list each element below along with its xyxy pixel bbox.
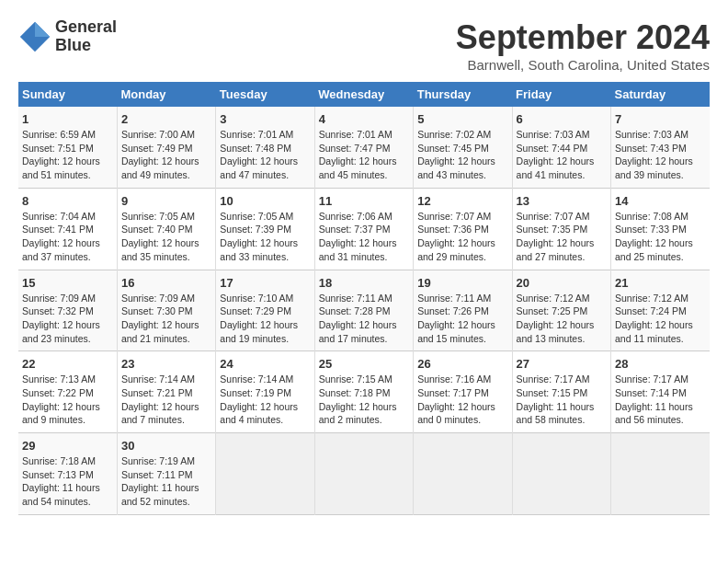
calendar-cell [512,433,610,515]
location: Barnwell, South Carolina, United States [456,57,710,73]
calendar-cell: 28Sunrise: 7:17 AMSunset: 7:14 PMDayligh… [611,351,710,433]
calendar-cell: 14Sunrise: 7:08 AMSunset: 7:33 PMDayligh… [611,188,710,270]
calendar-cell: 30Sunrise: 7:19 AMSunset: 7:11 PMDayligh… [117,433,215,515]
day-info: Sunrise: 7:08 AMSunset: 7:33 PMDaylight:… [615,210,706,264]
calendar-cell: 21Sunrise: 7:12 AMSunset: 7:24 PMDayligh… [611,270,710,351]
title-block: September 2024 Barnwell, South Carolina,… [456,18,710,73]
calendar-row: 22Sunrise: 7:13 AMSunset: 7:22 PMDayligh… [18,351,710,433]
calendar-cell: 15Sunrise: 7:09 AMSunset: 7:32 PMDayligh… [18,270,117,351]
calendar-cell: 8Sunrise: 7:04 AMSunset: 7:41 PMDaylight… [18,188,117,270]
header-row: SundayMondayTuesdayWednesdayThursdayFrid… [18,82,710,107]
day-number: 2 [121,112,211,126]
calendar-cell: 13Sunrise: 7:07 AMSunset: 7:35 PMDayligh… [512,188,610,270]
calendar-cell: 23Sunrise: 7:14 AMSunset: 7:21 PMDayligh… [117,351,215,433]
day-number: 26 [417,357,507,371]
day-number: 16 [121,276,211,290]
day-number: 17 [220,276,310,290]
day-number: 21 [615,276,706,290]
calendar-row: 29Sunrise: 7:18 AMSunset: 7:13 PMDayligh… [18,433,710,515]
calendar-cell: 26Sunrise: 7:16 AMSunset: 7:17 PMDayligh… [414,351,512,433]
calendar-cell [216,433,314,515]
calendar-cell: 6Sunrise: 7:03 AMSunset: 7:44 PMDaylight… [512,107,610,188]
day-info: Sunrise: 7:16 AMSunset: 7:17 PMDaylight:… [417,373,507,427]
day-info: Sunrise: 7:01 AMSunset: 7:48 PMDaylight:… [220,128,310,182]
calendar-cell: 9Sunrise: 7:05 AMSunset: 7:40 PMDaylight… [117,188,215,270]
page-header: General Blue September 2024 Barnwell, So… [18,18,710,73]
logo: General Blue [18,18,117,55]
day-of-week-header: Saturday [611,82,710,107]
day-info: Sunrise: 7:03 AMSunset: 7:43 PMDaylight:… [615,128,706,182]
day-info: Sunrise: 7:13 AMSunset: 7:22 PMDaylight:… [22,373,113,427]
day-info: Sunrise: 6:59 AMSunset: 7:51 PMDaylight:… [22,128,113,182]
day-number: 29 [22,439,113,453]
calendar-table: SundayMondayTuesdayWednesdayThursdayFrid… [18,82,710,515]
day-number: 20 [517,276,607,290]
day-number: 24 [220,357,310,371]
calendar-cell [414,433,512,515]
calendar-cell: 2Sunrise: 7:00 AMSunset: 7:49 PMDaylight… [117,107,215,188]
day-of-week-header: Thursday [414,82,512,107]
day-info: Sunrise: 7:06 AMSunset: 7:37 PMDaylight:… [319,210,409,264]
day-info: Sunrise: 7:07 AMSunset: 7:36 PMDaylight:… [417,210,507,264]
day-number: 8 [22,194,113,208]
day-info: Sunrise: 7:17 AMSunset: 7:15 PMDaylight:… [517,373,607,427]
day-number: 28 [615,357,706,371]
day-number: 18 [319,276,409,290]
calendar-cell [611,433,710,515]
day-of-week-header: Monday [117,82,215,107]
svg-marker-1 [35,22,50,37]
day-number: 11 [319,194,409,208]
day-of-week-header: Friday [512,82,610,107]
day-info: Sunrise: 7:09 AMSunset: 7:32 PMDaylight:… [22,292,113,346]
day-number: 14 [615,194,706,208]
day-number: 13 [517,194,607,208]
day-info: Sunrise: 7:00 AMSunset: 7:49 PMDaylight:… [121,128,211,182]
calendar-cell: 12Sunrise: 7:07 AMSunset: 7:36 PMDayligh… [414,188,512,270]
day-info: Sunrise: 7:07 AMSunset: 7:35 PMDaylight:… [517,210,607,264]
day-number: 9 [121,194,211,208]
day-info: Sunrise: 7:09 AMSunset: 7:30 PMDaylight:… [121,292,211,346]
logo-icon [18,20,51,53]
calendar-cell: 3Sunrise: 7:01 AMSunset: 7:48 PMDaylight… [216,107,314,188]
day-info: Sunrise: 7:02 AMSunset: 7:45 PMDaylight:… [417,128,507,182]
logo-text: General Blue [55,18,117,55]
day-number: 10 [220,194,310,208]
day-number: 15 [22,276,113,290]
day-number: 5 [417,112,507,126]
day-info: Sunrise: 7:10 AMSunset: 7:29 PMDaylight:… [220,292,310,346]
day-info: Sunrise: 7:18 AMSunset: 7:13 PMDaylight:… [22,454,113,509]
day-of-week-header: Wednesday [314,82,413,107]
calendar-cell: 27Sunrise: 7:17 AMSunset: 7:15 PMDayligh… [512,351,610,433]
day-number: 7 [615,112,706,126]
day-of-week-header: Sunday [18,82,117,107]
calendar-cell: 20Sunrise: 7:12 AMSunset: 7:25 PMDayligh… [512,270,610,351]
day-info: Sunrise: 7:11 AMSunset: 7:26 PMDaylight:… [417,292,507,346]
calendar-cell: 7Sunrise: 7:03 AMSunset: 7:43 PMDaylight… [611,107,710,188]
calendar-body: 1Sunrise: 6:59 AMSunset: 7:51 PMDaylight… [18,107,710,514]
calendar-cell: 19Sunrise: 7:11 AMSunset: 7:26 PMDayligh… [414,270,512,351]
calendar-cell: 4Sunrise: 7:01 AMSunset: 7:47 PMDaylight… [314,107,413,188]
day-info: Sunrise: 7:14 AMSunset: 7:21 PMDaylight:… [121,373,211,427]
day-of-week-header: Tuesday [216,82,314,107]
calendar-cell: 5Sunrise: 7:02 AMSunset: 7:45 PMDaylight… [414,107,512,188]
day-info: Sunrise: 7:14 AMSunset: 7:19 PMDaylight:… [220,373,310,427]
calendar-header: SundayMondayTuesdayWednesdayThursdayFrid… [18,82,710,107]
day-info: Sunrise: 7:11 AMSunset: 7:28 PMDaylight:… [319,292,409,346]
day-number: 1 [22,112,113,126]
calendar-row: 15Sunrise: 7:09 AMSunset: 7:32 PMDayligh… [18,270,710,351]
calendar-cell: 18Sunrise: 7:11 AMSunset: 7:28 PMDayligh… [314,270,413,351]
calendar-cell: 16Sunrise: 7:09 AMSunset: 7:30 PMDayligh… [117,270,215,351]
calendar-cell: 22Sunrise: 7:13 AMSunset: 7:22 PMDayligh… [18,351,117,433]
day-number: 30 [121,439,211,453]
calendar-cell: 1Sunrise: 6:59 AMSunset: 7:51 PMDaylight… [18,107,117,188]
calendar-row: 8Sunrise: 7:04 AMSunset: 7:41 PMDaylight… [18,188,710,270]
day-number: 27 [517,357,607,371]
calendar-cell: 25Sunrise: 7:15 AMSunset: 7:18 PMDayligh… [314,351,413,433]
day-number: 23 [121,357,211,371]
day-info: Sunrise: 7:05 AMSunset: 7:40 PMDaylight:… [121,210,211,264]
day-info: Sunrise: 7:19 AMSunset: 7:11 PMDaylight:… [121,454,211,509]
calendar-cell: 29Sunrise: 7:18 AMSunset: 7:13 PMDayligh… [18,433,117,515]
day-number: 25 [319,357,409,371]
calendar-cell: 24Sunrise: 7:14 AMSunset: 7:19 PMDayligh… [216,351,314,433]
day-info: Sunrise: 7:17 AMSunset: 7:14 PMDaylight:… [615,373,706,427]
